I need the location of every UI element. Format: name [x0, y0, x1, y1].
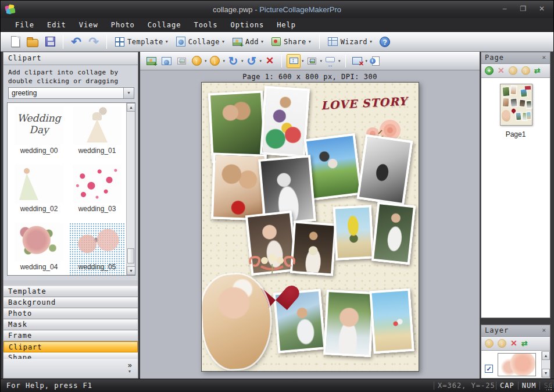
collage-photo-bride-smiling[interactable]	[323, 290, 374, 357]
clipart-scrollbar[interactable]: ▲ ▼	[126, 103, 135, 275]
crop-button[interactable]	[174, 54, 188, 68]
menu-tools[interactable]: Tools	[187, 21, 224, 29]
refresh-layers-icon[interactable]: ⇄	[521, 339, 528, 348]
help-button[interactable]: ?	[377, 34, 392, 49]
category-mask[interactable]: Mask	[3, 319, 138, 330]
resize-button[interactable]	[323, 54, 337, 68]
layer-down-button[interactable]: ↓	[498, 339, 506, 348]
clipart-item[interactable]: wedding_02	[11, 165, 67, 213]
chevron-down-icon[interactable]: ▾	[260, 59, 262, 63]
remove-background-button[interactable]	[351, 54, 364, 68]
page-thumbnail-caption: Page1	[481, 130, 550, 138]
template-button[interactable]: Template ▾	[112, 34, 171, 49]
resize-icon	[326, 57, 335, 62]
add-button[interactable]: Add ▾	[230, 34, 266, 49]
layer-visibility-checkbox[interactable]: ✓	[485, 365, 493, 373]
open-button[interactable]	[25, 34, 40, 49]
menu-photo[interactable]: Photo	[105, 21, 141, 29]
category-photo[interactable]: Photo	[3, 308, 138, 319]
clipart-item[interactable]: Wedding Day wedding_00	[11, 106, 67, 155]
page-thumbnail[interactable]	[500, 84, 532, 126]
rotate-ccw-button[interactable]: ↺	[245, 54, 259, 68]
clipart-thumb-wedding00: Wedding Day	[15, 106, 63, 145]
distribute-button-active[interactable]	[287, 54, 301, 68]
wizard-button[interactable]: Wizard ▾	[325, 34, 375, 49]
page-panel: Page ✕ + ✕ ↑ ↓ ⇄	[481, 52, 551, 318]
menu-view[interactable]: View	[73, 21, 105, 29]
move-page-up-button[interactable]: ↑	[509, 66, 517, 75]
chevron-down-icon[interactable]: ▾	[366, 59, 368, 63]
collage-button[interactable]: Collage ▾	[173, 34, 227, 49]
minimize-button[interactable]: –	[499, 4, 510, 13]
menu-edit[interactable]: Edit	[41, 21, 73, 29]
collage-photo-bw-kneeling-man[interactable]	[357, 134, 413, 205]
properties-info-icon	[372, 56, 380, 66]
category-frame[interactable]: Frame	[3, 330, 138, 341]
wizard-icon	[328, 37, 338, 46]
scroll-down-icon[interactable]: ▼	[542, 369, 550, 377]
move-page-down-button[interactable]: ↓	[521, 66, 530, 75]
close-icon[interactable]: ✕	[542, 326, 546, 336]
share-button[interactable]: Share ▾	[269, 34, 314, 49]
scroll-up-icon[interactable]: ▲	[127, 103, 135, 112]
category-overflow[interactable]: » ▾	[3, 359, 138, 378]
more-chevron-icon[interactable]: »	[128, 361, 132, 369]
add-photo-frame-button[interactable]	[159, 54, 173, 68]
layer-scrollbar[interactable]: ▲ ▼	[541, 351, 549, 377]
chevron-down-icon[interactable]: ▾	[320, 59, 323, 63]
properties-button[interactable]	[369, 54, 383, 68]
chevron-down-icon[interactable]: ▾	[338, 59, 341, 63]
swap-photo-button[interactable]	[144, 54, 158, 68]
redo-button[interactable]: ↷	[86, 34, 101, 49]
layer-up-button[interactable]: ↑	[485, 339, 494, 348]
delete-layer-button[interactable]: ✕	[510, 339, 517, 348]
chevron-down-icon[interactable]: ▾	[223, 59, 226, 63]
close-icon[interactable]: ✕	[542, 54, 546, 63]
scroll-up-icon[interactable]: ▲	[542, 351, 550, 360]
clipart-item[interactable]: wedding_03	[69, 165, 125, 213]
clipart-item[interactable]: wedding_04	[11, 223, 67, 271]
delete-page-button[interactable]: ✕	[498, 66, 505, 75]
refresh-pages-icon[interactable]: ⇄	[534, 66, 541, 75]
bring-forward-button[interactable]: ↑	[190, 54, 203, 68]
new-document-icon	[11, 36, 20, 47]
add-page-button[interactable]: +	[485, 66, 494, 75]
send-backward-button[interactable]: ↓	[208, 54, 222, 68]
undo-button[interactable]: ↶	[69, 34, 84, 49]
menu-options[interactable]: Options	[224, 21, 271, 29]
collage-photo-bride-gloves[interactable]	[371, 202, 416, 265]
panel-splitter[interactable]	[3, 280, 138, 285]
combo-dropdown-icon[interactable]: ▾	[123, 88, 134, 98]
love-story-text[interactable]: LOVE STORY	[321, 94, 414, 112]
collage-photo-shopping-couple[interactable]	[260, 85, 310, 157]
delete-button[interactable]: ✕	[263, 54, 277, 68]
chevron-down-icon[interactable]: ▾	[302, 59, 304, 63]
redo-icon: ↷	[88, 36, 99, 48]
scrollbar-thumb[interactable]	[127, 248, 134, 263]
category-template[interactable]: Template	[3, 286, 138, 297]
collage-photo-couple-beach-walk[interactable]	[369, 288, 414, 354]
clipart-item[interactable]: wedding_01	[69, 106, 125, 155]
category-background[interactable]: Background	[3, 297, 138, 308]
menu-collage[interactable]: Collage	[141, 21, 188, 29]
scroll-down-icon[interactable]: ▼	[127, 266, 135, 275]
save-button[interactable]	[42, 34, 58, 49]
collage-page[interactable]: LOVE STORY	[201, 82, 419, 372]
layer-thumbnail[interactable]	[498, 353, 536, 376]
close-button[interactable]: ✕	[536, 4, 548, 13]
clipart-item-selected[interactable]: wedding_05	[69, 223, 125, 276]
chevron-down-icon[interactable]: ▾	[241, 59, 244, 63]
new-button[interactable]	[8, 34, 23, 49]
rotate-cw-button[interactable]: ↻	[226, 54, 240, 68]
collage-photo-man-yellow-beach[interactable]	[333, 205, 374, 260]
align-button[interactable]	[305, 54, 319, 68]
menu-help[interactable]: Help	[270, 21, 302, 29]
chevron-down-icon[interactable]: ▾	[205, 59, 207, 63]
swirl-clipart[interactable]	[247, 252, 297, 277]
category-clipart-active[interactable]: Clipart	[3, 341, 138, 352]
workspace: Clipart Add clipart into collage by doub…	[1, 52, 554, 379]
clipart-category-select[interactable]: greeting ▾	[8, 87, 134, 99]
swap-photo-icon	[146, 57, 156, 65]
menu-file[interactable]: File	[9, 21, 41, 29]
maximize-button[interactable]: ❐	[517, 4, 529, 13]
